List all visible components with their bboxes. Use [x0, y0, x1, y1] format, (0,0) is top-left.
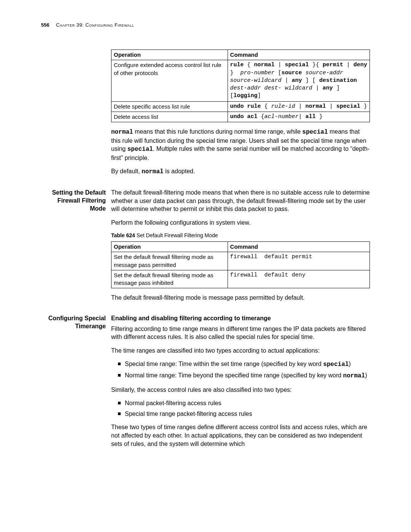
cell-cmd: undo acl {acl-number| all } — [228, 112, 370, 122]
para-default-summary: The default firewall-filtering mode is m… — [111, 294, 370, 302]
list-item: Special time range: Time within the set … — [118, 360, 370, 369]
block-acl-table: Operation Command Configure extended acc… — [41, 50, 370, 182]
th-command: Command — [228, 50, 370, 60]
default-mode-table: Operation Command Set the default firewa… — [111, 241, 370, 288]
table-row: Set the default firewall filtering mode … — [112, 252, 370, 270]
cell-op: Delete access list — [112, 112, 228, 122]
para-default-mode-desc: The default firewall-filtering mode mean… — [111, 189, 370, 213]
th-operation: Operation — [112, 50, 228, 60]
para-default-normal: By default, normal is adopted. — [111, 167, 370, 176]
cell-cmd: undo rule { rule-id | normal | special } — [228, 101, 370, 112]
cell-op: Delete specific access list rule — [112, 101, 228, 112]
chapter-label: Chapter 39: Configuring Firewall — [56, 22, 134, 28]
para-tr3: Similarly, the access control rules are … — [111, 386, 370, 394]
table-row: Configure extended access control list r… — [112, 60, 370, 101]
page: 556 Chapter 39: Configuring Firewall Ope… — [0, 0, 411, 532]
table-row: Set the default firewall filtering mode … — [112, 270, 370, 288]
list-item: Normal packet-filtering access rules — [118, 399, 370, 407]
para-tr1: Filtering according to time range means … — [111, 325, 370, 341]
list-time-types: Special time range: Time within the set … — [111, 360, 370, 380]
cell-cmd: firewall default permit — [228, 252, 370, 270]
para-perform: Perform the following configurations in … — [111, 219, 370, 227]
para-normal-special: normal means that this rule functions du… — [111, 128, 370, 162]
cell-op: Configure extended access control list r… — [112, 60, 228, 101]
list-rule-types: Normal packet-filtering access rules Spe… — [111, 399, 370, 418]
content: Operation Command Configure extended acc… — [41, 50, 370, 448]
table-caption: Table 624 Set Default Firewall Filtering… — [111, 232, 370, 239]
side-empty — [41, 50, 111, 182]
para-tr2: The time ranges are classified into two … — [111, 347, 370, 355]
block-default-mode: Setting the Default Firewall Filtering M… — [41, 189, 370, 307]
table-row: Delete access list undo acl {acl-number|… — [112, 112, 370, 122]
block-timerange: Configuring Special Timerange Enabling a… — [41, 314, 370, 448]
page-header: 556 Chapter 39: Configuring Firewall — [41, 22, 134, 28]
side-timerange: Configuring Special Timerange — [41, 314, 111, 448]
list-item: Special time range packet-filtering acce… — [118, 410, 370, 418]
page-number: 556 — [41, 22, 49, 28]
cell-cmd: firewall default deny — [228, 270, 370, 288]
th-operation: Operation — [112, 242, 228, 252]
cell-op: Set the default firewall filtering mode … — [112, 252, 228, 270]
th-command: Command — [228, 242, 370, 252]
side-default-mode: Setting the Default Firewall Filtering M… — [41, 189, 111, 307]
subhead-enable-disable: Enabling and disabling filtering accordi… — [111, 314, 370, 323]
acl-table: Operation Command Configure extended acc… — [111, 50, 370, 122]
list-item: Normal time range: Time beyond the speci… — [118, 371, 370, 380]
cell-cmd: rule { normal | special }{ permit | deny… — [228, 60, 370, 101]
para-tr4: These two types of time ranges define di… — [111, 423, 370, 448]
cell-op: Set the default firewall filtering mode … — [112, 270, 228, 288]
table-row: Delete specific access list rule undo ru… — [112, 101, 370, 112]
